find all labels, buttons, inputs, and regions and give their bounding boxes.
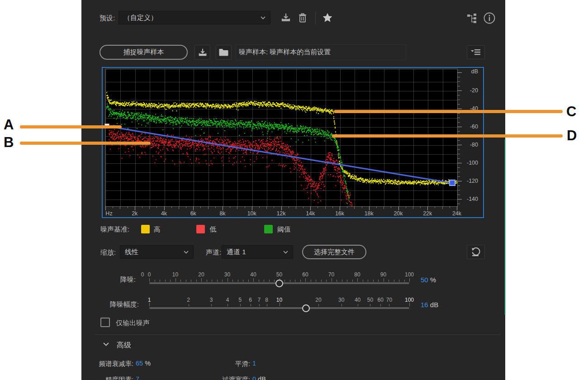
slider-ruler-tick	[399, 280, 399, 282]
db-tick	[457, 172, 460, 172]
freq-tick	[128, 206, 128, 208]
freq-tick	[457, 206, 457, 210]
db-tick	[457, 131, 460, 132]
db-tick-label: -60	[460, 124, 478, 130]
slider-ruler-tick	[357, 278, 358, 282]
slider-ruler-tick	[363, 280, 363, 282]
transition-width-label: 过渡宽度:	[217, 375, 250, 380]
save-preset-button[interactable]	[278, 10, 294, 25]
slider-ruler-tick	[191, 280, 191, 282]
reduce-by-handle[interactable]	[302, 304, 310, 312]
noise-reduction-handle[interactable]	[275, 280, 283, 287]
screenshot-stage: 预设: （自定义）	[0, 0, 588, 380]
slider-ruler-tick	[217, 280, 218, 282]
noise-sample-status-text: 噪声样本: 噪声样本的当前设置	[239, 48, 331, 57]
freq-tick	[171, 206, 172, 208]
slider-ruler-tick	[409, 303, 410, 306]
output-noise-only-checkbox[interactable]	[100, 318, 110, 327]
slider-ruler-tick	[305, 278, 306, 282]
freq-tick	[303, 206, 303, 208]
slider-ruler-tick	[165, 280, 166, 282]
freq-tick	[435, 206, 435, 208]
freq-tick	[105, 206, 106, 210]
slider-scale-number: 0	[148, 271, 151, 278]
chevron-down-icon	[103, 342, 109, 346]
channel-dropdown[interactable]: 通道 1	[222, 245, 293, 259]
reduce-by-value-number: 16	[421, 301, 428, 309]
slider-ruler-tick	[373, 280, 374, 282]
slider-ruler-tick	[290, 280, 290, 282]
reduce-by-label: 降噪幅度:	[90, 300, 139, 309]
freq-tick	[200, 206, 201, 208]
freq-tick	[332, 206, 333, 208]
freq-tick-label: Hz	[101, 210, 117, 217]
freq-tick	[376, 206, 377, 208]
advanced-row-1: 频谱衰减率: 65 % 平滑: 1	[81, 360, 505, 369]
db-tick	[457, 167, 460, 168]
slider-ruler-tick	[318, 304, 319, 306]
slider-scale-number: 20	[198, 271, 204, 278]
slider-scale-number: 50	[276, 271, 282, 278]
freq-tick-label: 14k	[303, 210, 318, 217]
reduce-by-value: 16 dB	[421, 301, 438, 309]
noise-reduction-value-unit: %	[430, 276, 436, 284]
panel-menu-button[interactable]	[467, 45, 485, 59]
routing-button[interactable]	[465, 11, 479, 25]
advanced-collapse-toggle[interactable]	[103, 342, 109, 346]
save-noise-sample-button[interactable]	[194, 45, 210, 60]
slider-ruler-tick	[251, 304, 251, 306]
precision-factor-value: 7	[136, 375, 139, 380]
section-divider	[95, 334, 501, 335]
slider-ruler-tick	[347, 280, 347, 282]
annotation-letter-c: C	[566, 104, 576, 120]
delete-preset-button[interactable]	[296, 10, 309, 25]
slider-scale-number: 1	[148, 297, 151, 303]
db-tick-label: -80	[460, 142, 478, 148]
advanced-row-2: 精度因素: 7 过渡宽度: 0 dB	[81, 375, 505, 380]
slider-ruler-tick	[389, 280, 389, 282]
routing-icon	[466, 12, 478, 24]
freq-tick	[186, 206, 186, 208]
slider-scale-number: 6	[249, 297, 252, 303]
load-noise-sample-button[interactable]	[216, 45, 232, 60]
info-button[interactable]	[482, 11, 497, 25]
slider-ruler-tick	[326, 280, 327, 282]
freq-tick-label: 22k	[420, 210, 435, 217]
noise-spectrum-plot[interactable]	[105, 69, 458, 207]
freq-tick	[420, 206, 421, 208]
slider-scale-number: 10	[172, 271, 178, 278]
db-tick	[457, 190, 460, 190]
save-sample-icon	[198, 48, 208, 57]
slider-ruler-tick	[228, 304, 228, 306]
favorite-button[interactable]	[320, 10, 335, 25]
slider-scale-number: 70	[328, 271, 334, 278]
slider-ruler-tick	[160, 280, 160, 282]
slider-ruler-tick	[316, 280, 316, 282]
db-tick	[457, 176, 460, 177]
freq-tick	[259, 206, 260, 208]
noise-reduction-value: 50 %	[421, 276, 436, 284]
db-tick-label: -140	[460, 196, 478, 202]
freq-tick-label: 8k	[215, 210, 230, 217]
slider-scale-number: 100	[405, 271, 414, 278]
zoom-label: 缩放:	[100, 248, 116, 257]
zoom-dropdown[interactable]: 线性	[120, 245, 194, 259]
select-entire-file-button[interactable]: 选择完整文件	[302, 245, 366, 259]
slider-ruler-tick	[389, 304, 389, 306]
freq-tick	[406, 206, 406, 208]
freq-tick	[164, 206, 165, 210]
toolbar-divider	[315, 11, 316, 24]
preset-dropdown[interactable]: （自定义）	[119, 11, 270, 24]
annotation-letter-a: A	[4, 117, 14, 133]
blue-square-handle[interactable]	[449, 180, 455, 186]
freq-tick	[149, 206, 150, 209]
slider-ruler-tick	[311, 280, 311, 282]
reset-button[interactable]	[467, 245, 485, 259]
reduce-by-track[interactable]	[149, 307, 409, 309]
capture-noise-sample-button[interactable]: 捕捉噪声样本	[100, 45, 188, 60]
slider-scale-number: 8	[265, 297, 268, 303]
slider-scale-number: 30	[224, 271, 230, 278]
slider-ruler-tick	[253, 278, 254, 282]
slider-ruler-tick	[342, 280, 342, 282]
transition-width-value: 0 dB	[252, 375, 266, 380]
